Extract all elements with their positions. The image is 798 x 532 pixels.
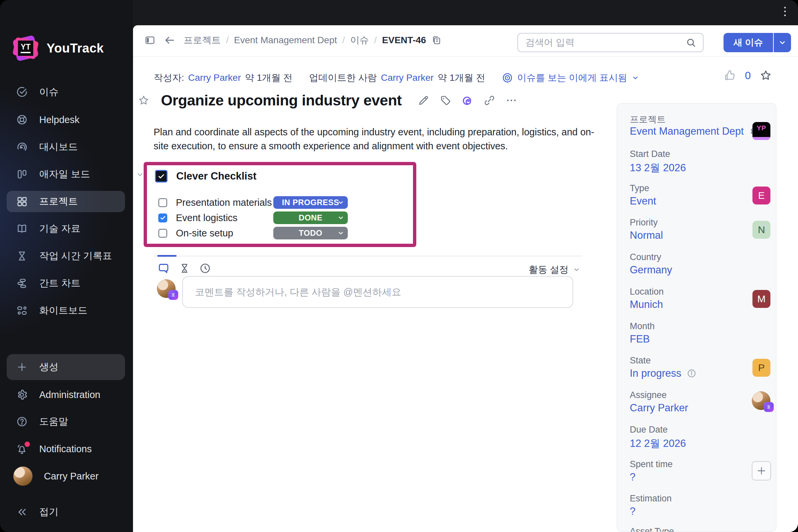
- author-link[interactable]: Carry Parker: [188, 73, 241, 83]
- project-link[interactable]: Event Management Dept: [630, 125, 744, 137]
- ai-spiral-icon[interactable]: [461, 94, 474, 107]
- sidebar-item-whiteboards[interactable]: 화이트보드: [7, 300, 125, 321]
- field-value-spent-time[interactable]: ?: [630, 471, 635, 483]
- sidebar-item-notifications[interactable]: Notifications: [7, 438, 125, 459]
- project-avatar[interactable]: YP: [753, 122, 771, 140]
- collapse-section-icon[interactable]: [136, 170, 144, 180]
- search-input[interactable]: [518, 37, 686, 48]
- plus-icon: [16, 361, 28, 373]
- user-name: Carry Parker: [44, 471, 98, 482]
- chevron-down-icon: [631, 74, 640, 82]
- edit-pencil-icon[interactable]: [418, 94, 430, 107]
- sidebar-item-administration[interactable]: Administration: [7, 384, 125, 405]
- breadcrumb-project[interactable]: Event Management Dept: [234, 35, 337, 45]
- sidebar-item-gantt[interactable]: 간트 차트: [7, 273, 125, 294]
- field-value-priority[interactable]: Normal: [630, 229, 663, 241]
- tab-worklog-icon[interactable]: [199, 262, 211, 274]
- chevron-down-icon: [337, 229, 344, 237]
- field-value-location[interactable]: Munich: [630, 299, 663, 310]
- location-badge[interactable]: M: [753, 290, 771, 308]
- checklist-annotation-box: Clever Checklist Presentation materials …: [144, 162, 416, 247]
- gauge-icon: [16, 141, 28, 153]
- priority-badge[interactable]: N: [753, 221, 771, 239]
- sidebar-item-agile-boards[interactable]: 애자일 보드: [7, 164, 125, 185]
- field-value-assignee[interactable]: Carry Parker: [630, 402, 688, 414]
- sidebar-user-profile[interactable]: Carry Parker: [7, 466, 125, 487]
- field-value-state[interactable]: In progress: [630, 367, 697, 379]
- sidebar-item-issues[interactable]: 이슈: [7, 81, 125, 103]
- link-icon[interactable]: [483, 94, 495, 107]
- type-badge[interactable]: E: [753, 187, 771, 205]
- field-value-due-date[interactable]: 12 2월 2026: [630, 437, 686, 451]
- activity-settings-dropdown[interactable]: 활동 설정: [529, 263, 581, 276]
- tag-icon[interactable]: [440, 94, 452, 107]
- chevron-down-icon: [337, 214, 344, 222]
- checkbox-checked[interactable]: [158, 213, 167, 223]
- star-icon[interactable]: [759, 69, 772, 82]
- field-label-start-date: Start Date: [630, 149, 670, 159]
- sidebar: YT YouTrack 이슈 Helpdesk 대시보드 애자일 보드 프로젝트…: [0, 0, 133, 532]
- sidebar-item-helpdesk[interactable]: Helpdesk: [7, 109, 125, 130]
- checklist-header-checkbox[interactable]: [155, 170, 168, 183]
- field-value-estimation[interactable]: ?: [630, 506, 635, 517]
- state-badge[interactable]: P: [753, 359, 771, 377]
- updated-ago[interactable]: 약 1개월 전: [438, 72, 485, 84]
- sidebar-item-label: 도움말: [39, 415, 68, 428]
- toggle-panel-icon[interactable]: [144, 35, 156, 46]
- checklist-item-label: Event logistics: [176, 212, 262, 224]
- sidebar-item-label: 애자일 보드: [39, 168, 90, 181]
- tabs-divider: [154, 256, 583, 256]
- assignee-avatar[interactable]: [752, 391, 771, 410]
- tab-history-icon[interactable]: [178, 262, 191, 274]
- field-value-type[interactable]: Event: [630, 195, 656, 207]
- active-tab-indicator: [157, 255, 176, 257]
- status-dropdown-todo[interactable]: TODO: [273, 227, 348, 240]
- status-dropdown-in-progress[interactable]: IN PROGRESS: [273, 196, 348, 209]
- tab-comments-icon[interactable]: [157, 262, 170, 274]
- status-dropdown-done[interactable]: DONE: [273, 211, 348, 224]
- updater-link[interactable]: Carry Parker: [381, 73, 434, 83]
- bell-icon: [16, 443, 28, 455]
- sidebar-item-dashboards[interactable]: 대시보드: [7, 136, 125, 158]
- add-spent-time-button[interactable]: [752, 461, 771, 480]
- field-value-month[interactable]: FEB: [630, 333, 650, 345]
- sidebar-collapse[interactable]: 접기: [7, 501, 125, 523]
- bot-app-badge: [764, 402, 774, 412]
- checklist-header: Clever Checklist: [155, 170, 256, 183]
- status-label: DONE: [299, 213, 322, 223]
- field-label-spent-time: Spent time: [630, 459, 673, 470]
- sidebar-item-knowledge-base[interactable]: 기술 자료: [7, 218, 125, 240]
- sidebar-item-projects[interactable]: 프로젝트: [7, 191, 125, 212]
- visibility-dropdown[interactable]: 이슈를 보는 이에게 표시됨: [517, 72, 627, 84]
- checkbox-unchecked[interactable]: [158, 229, 167, 238]
- gantt-bars-icon: [16, 277, 28, 289]
- new-issue-split-button: 새 이슈: [723, 33, 791, 52]
- sidebar-item-label: 화이트보드: [39, 304, 88, 317]
- comment-input[interactable]: [194, 286, 561, 298]
- browser-menu-icon[interactable]: ⋮: [779, 5, 791, 17]
- sidebar-item-label: Administration: [39, 390, 100, 400]
- field-value-start-date[interactable]: 13 2월 2026: [630, 161, 686, 175]
- new-issue-button[interactable]: 새 이슈: [723, 33, 773, 52]
- breadcrumb-issues[interactable]: 이슈: [350, 34, 369, 46]
- search-icon[interactable]: [686, 37, 696, 48]
- sidebar-item-timesheets[interactable]: 작업 시간 기록표: [7, 245, 125, 267]
- new-issue-dropdown[interactable]: [774, 33, 791, 52]
- checkbox-unchecked[interactable]: [158, 198, 167, 207]
- field-value-country[interactable]: Germany: [630, 264, 672, 276]
- sidebar-item-help[interactable]: 도움말: [7, 411, 125, 432]
- more-options-icon[interactable]: [506, 94, 517, 107]
- info-icon[interactable]: [687, 368, 697, 378]
- copy-id-icon[interactable]: [431, 35, 442, 45]
- create-button[interactable]: 생성: [7, 354, 125, 380]
- sidebar-item-label: 대시보드: [39, 140, 78, 154]
- field-label-state: State: [630, 356, 651, 366]
- breadcrumb-projects[interactable]: 프로젝트: [184, 34, 221, 46]
- sidebar-item-label: 작업 시간 기록표: [39, 249, 112, 263]
- thumbs-up-icon[interactable]: [723, 69, 736, 82]
- star-title-icon[interactable]: [138, 94, 150, 107]
- issue-title: Organize upcoming industry event: [161, 92, 402, 109]
- updated-label: 업데이트한 사람: [309, 72, 377, 84]
- back-arrow-icon[interactable]: [164, 34, 175, 46]
- created-ago[interactable]: 약 1개월 전: [245, 72, 292, 84]
